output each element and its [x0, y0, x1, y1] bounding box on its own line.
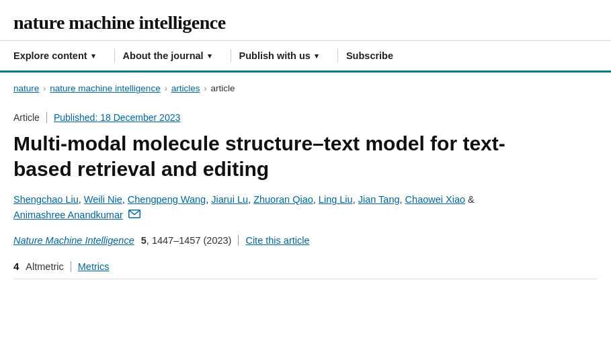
altmetric-line: 4 Altmetric Metrics: [0, 253, 611, 279]
author-chaowei-xiao[interactable]: Chaowei Xiao: [405, 194, 465, 205]
chevron-down-icon: ▾: [315, 52, 319, 60]
cite-divider: [238, 235, 239, 246]
breadcrumb-nature[interactable]: nature: [13, 83, 39, 93]
metrics-link[interactable]: Metrics: [78, 261, 110, 272]
article-title: Multi-modal molecule structure–text mode…: [0, 128, 551, 192]
author-shengchao-liu[interactable]: Shengchao Liu: [13, 194, 79, 205]
author-weili-nie[interactable]: Weili Nie: [84, 194, 122, 205]
nav-divider: [114, 49, 115, 62]
altmetric-divider: [71, 261, 71, 272]
authors-line: Shengchao Liu, Weili Nie, Chengpeng Wang…: [0, 192, 611, 227]
site-header: nature machine intelligence: [0, 0, 611, 40]
nav-divider: [231, 49, 231, 62]
breadcrumb-sep: ›: [204, 84, 206, 93]
breadcrumb-sep: ›: [43, 84, 46, 93]
article-meta: Article Published: 18 December 2023: [0, 99, 611, 128]
citation-volume: 5, 1447–1457 (2023): [141, 235, 232, 246]
citation-line: Nature Machine Intelligence 5, 1447–1457…: [0, 227, 611, 253]
altmetric-number: 4: [13, 261, 19, 272]
breadcrumb-sep: ›: [165, 84, 167, 93]
altmetric-label: Altmetric: [26, 261, 63, 272]
nav-about-journal[interactable]: About the journal ▾: [123, 41, 222, 71]
main-nav: Explore content ▾ About the journal ▾ Pu…: [0, 40, 611, 73]
author-chengpeng-wang[interactable]: Chengpeng Wang: [128, 194, 206, 205]
article-type: Article: [13, 112, 40, 123]
chevron-down-icon: ▾: [208, 52, 212, 60]
nav-divider: [337, 49, 338, 62]
author-jian-tang[interactable]: Jian Tang: [358, 194, 400, 205]
author-animashree-anandkumar[interactable]: Animashree Anandkumar: [13, 210, 123, 220]
author-ling-liu[interactable]: Ling Liu: [319, 194, 353, 205]
chevron-down-icon: ▾: [91, 52, 95, 60]
cite-this-article-link[interactable]: Cite this article: [245, 235, 309, 246]
journal-name-link[interactable]: Nature Machine Intelligence: [13, 235, 134, 246]
email-icon[interactable]: [128, 208, 140, 223]
nav-publish-with-us[interactable]: Publish with us ▾: [239, 41, 329, 71]
site-logo[interactable]: nature machine intelligence: [13, 12, 598, 34]
breadcrumb-nmi[interactable]: nature machine intelligence: [50, 83, 160, 93]
breadcrumb-article: article: [210, 83, 235, 93]
published-date[interactable]: Published: 18 December 2023: [54, 112, 180, 123]
breadcrumb: nature › nature machine intelligence › a…: [0, 73, 611, 99]
bottom-rule: [13, 279, 598, 279]
nav-subscribe[interactable]: Subscribe: [346, 41, 404, 71]
breadcrumb-articles[interactable]: articles: [171, 83, 200, 93]
meta-divider: [46, 112, 47, 123]
author-jiarui-lu[interactable]: Jiarui Lu: [211, 194, 248, 205]
nav-explore-content[interactable]: Explore content ▾: [13, 41, 106, 71]
author-zhuoran-qiao[interactable]: Zhuoran Qiao: [253, 194, 313, 205]
